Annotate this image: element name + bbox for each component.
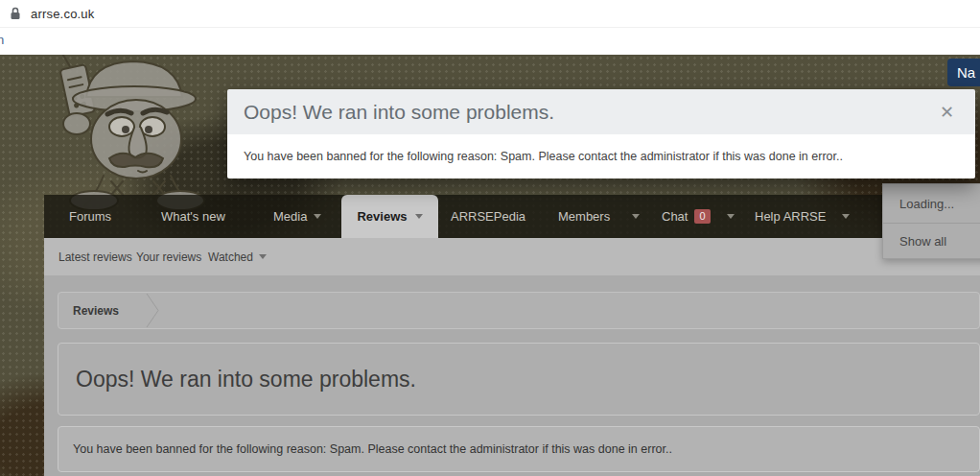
chevron-down-icon[interactable] xyxy=(842,214,850,219)
breadcrumb-item-reviews[interactable]: Reviews xyxy=(73,304,119,318)
dropdown-label: Loading... xyxy=(899,197,954,211)
error-modal-body: You have been banned for the following r… xyxy=(227,134,975,178)
chevron-down-icon[interactable] xyxy=(727,214,735,219)
ban-message-text: You have been banned for the following r… xyxy=(73,442,672,456)
main-content: Reviews Oops! We ran into some problems.… xyxy=(44,275,980,476)
subnav-label: Watched xyxy=(208,250,253,264)
primary-nav: Forums What's new Media Reviews ARRSEPed… xyxy=(44,195,980,238)
notifications-dropdown: Loading... Show all xyxy=(882,183,980,259)
subnav-item-latest-reviews[interactable]: Latest reviews xyxy=(58,238,132,275)
soldier-mascot-icon xyxy=(27,55,236,210)
nav-item-forums[interactable]: Forums xyxy=(69,195,111,238)
error-modal-header: Oops! We ran into some problems. ✕ xyxy=(227,89,975,134)
nav-label: Media xyxy=(273,209,307,224)
bookmark-partial-text[interactable]: n xyxy=(0,33,4,47)
nav-item-reviews-active[interactable]: Reviews xyxy=(341,195,438,238)
chevron-down-icon[interactable] xyxy=(415,214,423,219)
nav-label: Forums xyxy=(69,209,111,224)
chat-count-badge: 0 xyxy=(694,209,710,224)
ban-message-block: You have been banned for the following r… xyxy=(58,426,980,472)
url-text[interactable]: arrse.co.uk xyxy=(31,7,95,21)
nav-label: Reviews xyxy=(357,209,407,224)
chevron-down-icon[interactable] xyxy=(259,254,267,259)
nav-label: Chat xyxy=(662,209,688,224)
nav-label: Members xyxy=(558,209,610,224)
dropdown-item-show-all[interactable]: Show all xyxy=(883,223,980,258)
browser-url-bar[interactable]: arrse.co.uk xyxy=(0,0,980,28)
nav-label: Help ARRSE xyxy=(755,209,826,224)
user-menu-button[interactable]: Na xyxy=(947,59,980,86)
subnav-label: Your reviews xyxy=(136,250,201,264)
lock-icon[interactable] xyxy=(10,7,21,20)
nav-item-chat[interactable]: Chat 0 xyxy=(662,195,735,238)
error-modal: Oops! We ran into some problems. ✕ You h… xyxy=(227,89,975,178)
page-heading-block: Oops! We ran into some problems. xyxy=(58,343,980,416)
chevron-down-icon[interactable] xyxy=(632,214,640,219)
screen: Na Forums What's new Media Reviews ARRSE… xyxy=(0,0,980,476)
nav-item-help-arrse[interactable]: Help ARRSE xyxy=(755,195,850,238)
browser-chrome: arrse.co.uk n xyxy=(0,0,980,55)
page-title: Oops! We ran into some problems. xyxy=(76,367,416,393)
subnav-item-watched[interactable]: Watched xyxy=(208,238,267,275)
close-icon[interactable]: ✕ xyxy=(934,103,960,122)
nav-label: ARRSEPedia xyxy=(451,209,525,224)
breadcrumb: Reviews xyxy=(58,292,980,329)
modal-message: You have been banned for the following r… xyxy=(244,150,843,163)
breadcrumb-chevron-icon xyxy=(146,294,159,327)
mascot-logo[interactable] xyxy=(27,55,236,214)
dropdown-item-loading: Loading... xyxy=(883,184,980,223)
nav-item-members[interactable]: Members xyxy=(558,195,640,238)
chevron-down-icon[interactable] xyxy=(314,214,321,219)
dropdown-label: Show all xyxy=(899,234,946,249)
subnav-item-your-reviews[interactable]: Your reviews xyxy=(136,238,201,275)
nav-item-whats-new[interactable]: What's new xyxy=(161,195,225,238)
subnav-label: Latest reviews xyxy=(58,250,132,264)
nav-item-media[interactable]: Media xyxy=(273,195,321,238)
sub-nav: Latest reviews Your reviews Watched xyxy=(44,238,980,275)
nav-label: What's new xyxy=(161,209,225,224)
nav-item-arrsepedia[interactable]: ARRSEPedia xyxy=(451,195,525,238)
modal-title: Oops! We ran into some problems. xyxy=(244,101,934,124)
